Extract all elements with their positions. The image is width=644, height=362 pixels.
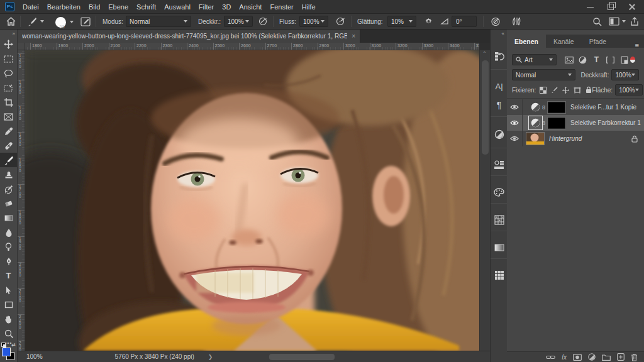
dodge-tool[interactable] xyxy=(0,239,17,254)
lock-pixels-icon[interactable] xyxy=(551,87,558,94)
search-icon[interactable] xyxy=(592,14,602,29)
opacity-pressure-icon[interactable] xyxy=(258,14,268,29)
menu-item[interactable]: Auswahl xyxy=(163,3,192,11)
panel-menu-icon[interactable]: ≡ xyxy=(635,43,639,48)
status-options-arrow-icon[interactable]: ❯ xyxy=(208,354,213,360)
dock-collapse-icon[interactable]: « xyxy=(502,31,504,36)
canvas[interactable] xyxy=(25,50,479,351)
layer-visibility-eye-icon[interactable] xyxy=(507,131,523,146)
menu-item[interactable]: Ansicht xyxy=(238,3,263,11)
close-icon[interactable] xyxy=(628,3,635,10)
crop-tool[interactable] xyxy=(0,95,17,109)
lasso-tool[interactable] xyxy=(0,66,17,80)
document-tab[interactable]: woman-wearing-yellow-button-up-long-slee… xyxy=(18,30,360,43)
layer-filter-select[interactable]: Art xyxy=(512,54,557,65)
new-adjustment-layer-icon[interactable] xyxy=(588,353,596,361)
swatches-panel-icon[interactable] xyxy=(491,266,508,285)
menu-item[interactable]: 3D xyxy=(221,3,232,11)
zoom-level-field[interactable]: 100% xyxy=(26,353,43,360)
layer-mask-thumbnail[interactable] xyxy=(548,118,565,129)
size-pressure-icon[interactable] xyxy=(491,14,501,29)
type-tool[interactable]: T xyxy=(0,268,17,283)
tab-pfade[interactable]: Pfade xyxy=(582,35,614,48)
toolbar-expand-icon[interactable]: » xyxy=(13,31,15,36)
filter-smart-objects-icon[interactable] xyxy=(618,55,630,65)
airbrush-icon[interactable] xyxy=(335,14,346,29)
photoshop-logo-icon[interactable]: Ps xyxy=(5,2,14,11)
delete-layer-trash-icon[interactable] xyxy=(631,353,638,361)
lock-all-icon[interactable] xyxy=(586,86,592,94)
layer-row[interactable]: 8 Selektive F...tur 1 Kopie xyxy=(507,99,644,115)
minimize-icon[interactable] xyxy=(587,3,594,10)
background-layer-row[interactable]: Hintergrund xyxy=(507,131,644,146)
patterns-panel-icon[interactable] xyxy=(491,211,508,229)
rectangle-shape-tool[interactable] xyxy=(0,297,17,312)
new-group-folder-icon[interactable] xyxy=(602,354,611,361)
pen-pressure-icon[interactable] xyxy=(511,14,522,29)
layer-visibility-eye-icon[interactable] xyxy=(507,115,523,131)
link-layers-icon[interactable] xyxy=(546,354,555,360)
history-panel-icon[interactable] xyxy=(491,47,508,66)
frame-tool[interactable] xyxy=(0,109,17,124)
eyedropper-tool[interactable] xyxy=(0,124,17,138)
swap-colors-icon[interactable]: ⇄ xyxy=(11,342,16,348)
brush-tool[interactable] xyxy=(0,153,17,167)
vertical-scrollbar[interactable]: ⌃ xyxy=(479,50,490,351)
scroll-up-icon[interactable]: ⌃ xyxy=(482,51,487,57)
layer-name[interactable]: Selektive F...tur 1 Kopie xyxy=(570,104,636,111)
gradient-tool[interactable] xyxy=(0,211,17,225)
adjustment-layer-icon[interactable] xyxy=(530,102,541,112)
layer-image-thumbnail[interactable] xyxy=(526,133,544,145)
blend-mode-select[interactable]: Normal xyxy=(126,16,191,27)
lock-transparency-icon[interactable] xyxy=(540,87,547,94)
opacity-select[interactable]: 100% xyxy=(224,16,253,27)
layer-name[interactable]: Selektive Farbkorrektur 1 xyxy=(570,119,641,126)
share-icon[interactable] xyxy=(630,14,639,29)
healing-brush-tool[interactable] xyxy=(0,138,17,153)
horizontal-ruler[interactable]: 1800190020002100220023002400250026002700… xyxy=(25,43,479,50)
layer-mask-thumbnail[interactable] xyxy=(548,102,565,113)
flow-select[interactable]: 100% xyxy=(299,16,328,27)
layer-row-selected[interactable]: 8 Selektive Farbkorrektur 1 xyxy=(507,115,644,131)
tab-kanaele[interactable]: Kanäle xyxy=(546,35,582,48)
menu-item[interactable]: Bild xyxy=(87,3,101,11)
filter-adjustment-layers-icon[interactable] xyxy=(577,55,589,65)
smoothing-select[interactable]: 10% xyxy=(387,16,416,27)
lock-position-icon[interactable] xyxy=(562,87,569,94)
blur-tool[interactable] xyxy=(0,225,17,239)
history-brush-tool[interactable] xyxy=(0,182,17,196)
home-icon[interactable] xyxy=(6,14,16,29)
brush-settings-panel-icon[interactable] xyxy=(80,14,91,29)
object-selection-tool[interactable] xyxy=(0,80,17,95)
vertical-ruler[interactable]: 1200130014001500160017001800190020002100… xyxy=(18,50,25,351)
smoothing-options-gear-icon[interactable] xyxy=(424,14,433,29)
lock-artboard-icon[interactable] xyxy=(574,87,581,94)
eraser-tool[interactable] xyxy=(0,196,17,211)
new-layer-icon[interactable] xyxy=(617,353,625,361)
menu-item[interactable]: Schrift xyxy=(135,3,157,11)
layer-name[interactable]: Hintergrund xyxy=(549,135,582,142)
brush-angle-field[interactable]: 0° xyxy=(452,16,477,27)
menu-item[interactable]: Bearbeiten xyxy=(46,3,82,11)
layer-fill-select[interactable]: 100% xyxy=(615,84,643,96)
layer-style-fx-icon[interactable]: fx xyxy=(562,354,567,361)
paragraph-panel-icon[interactable]: ¶ xyxy=(491,96,508,114)
add-mask-icon[interactable] xyxy=(573,354,582,361)
restore-icon[interactable] xyxy=(608,3,614,10)
layer-opacity-select[interactable]: 100% xyxy=(611,69,639,80)
filter-type-layers-icon[interactable]: T xyxy=(591,55,602,65)
clone-stamp-tool[interactable] xyxy=(0,167,17,182)
default-colors-icon[interactable] xyxy=(1,343,7,348)
gradients-panel-icon[interactable] xyxy=(491,238,508,257)
vertical-scrollbar-thumb[interactable] xyxy=(482,60,489,155)
move-tool[interactable] xyxy=(0,37,17,52)
path-selection-tool[interactable] xyxy=(0,283,17,297)
ruler-corner[interactable] xyxy=(18,43,25,50)
character-panel-icon[interactable]: A| xyxy=(491,77,508,96)
adjustments-panel-icon[interactable] xyxy=(491,125,508,144)
brush-tool-preset-icon[interactable] xyxy=(28,14,44,29)
filter-shape-layers-icon[interactable] xyxy=(604,55,616,65)
pen-tool[interactable] xyxy=(0,254,17,268)
tab-ebenen[interactable]: Ebenen xyxy=(507,35,546,48)
filter-pixel-layers-icon[interactable] xyxy=(563,55,575,65)
